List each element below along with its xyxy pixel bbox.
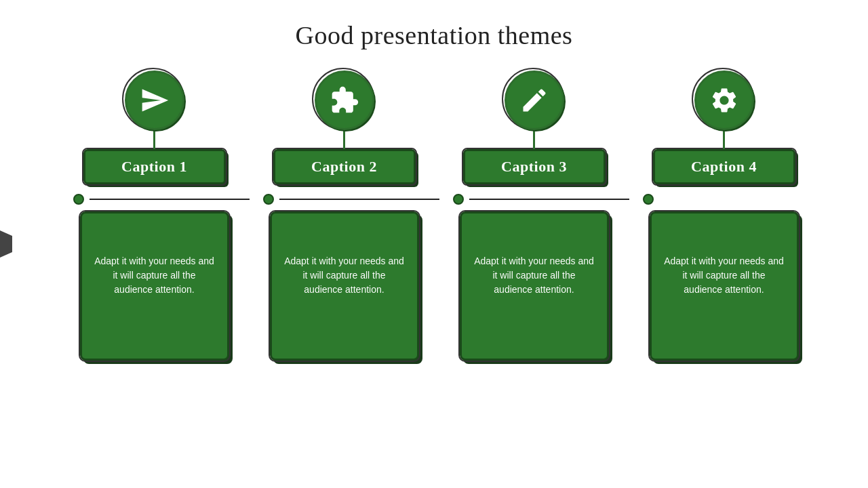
- text-box-3: Adapt it with your needs and it will cap…: [460, 211, 609, 361]
- caption-box-3: Caption 3: [463, 149, 606, 184]
- connector-2: [250, 194, 439, 205]
- body-text-2: Adapt it with your needs and it will cap…: [284, 254, 405, 297]
- connector-3: [439, 194, 629, 205]
- stem-2: [343, 130, 345, 149]
- page-title: Good presentation themes: [0, 0, 868, 50]
- dot-2: [263, 194, 274, 205]
- icon-wrap-3: [505, 70, 564, 130]
- column-4: Caption 4: [629, 70, 819, 184]
- dot-1: [73, 194, 84, 205]
- puzzle-icon: [330, 85, 359, 115]
- column-3: Caption 3: [439, 70, 629, 184]
- dot-3: [453, 194, 464, 205]
- text-box-2: Adapt it with your needs and it will cap…: [270, 211, 419, 361]
- caption-label-3: Caption 3: [501, 158, 567, 175]
- icon-circle-3: [505, 70, 564, 130]
- caption-label-4: Caption 4: [691, 158, 757, 175]
- body-text-4: Adapt it with your needs and it will cap…: [664, 254, 785, 297]
- stem-4: [723, 130, 725, 149]
- top-row: Caption 1 Caption 2: [0, 50, 868, 184]
- stem-3: [533, 130, 535, 149]
- column-2: Caption 2: [250, 70, 439, 184]
- caption-box-1: Caption 1: [83, 149, 226, 184]
- connector-4: [629, 194, 819, 205]
- paper-plane-icon: [140, 85, 170, 115]
- dot-4: [643, 194, 654, 205]
- bottom-row: Adapt it with your needs and it will cap…: [0, 211, 868, 361]
- caption-box-2: Caption 2: [273, 149, 416, 184]
- pencil-icon: [519, 85, 549, 115]
- icon-circle-4: [694, 70, 754, 130]
- hline-3: [469, 199, 629, 200]
- icon-wrap-2: [315, 70, 374, 130]
- icon-wrap-4: [694, 70, 754, 130]
- hline-2: [279, 199, 439, 200]
- icon-wrap-1: [125, 70, 184, 130]
- caption-label-1: Caption 1: [121, 158, 187, 175]
- hline-1: [90, 199, 250, 200]
- body-text-3: Adapt it with your needs and it will cap…: [474, 254, 595, 297]
- body-text-1: Adapt it with your needs and it will cap…: [94, 254, 215, 297]
- icon-circle-1: [125, 70, 184, 130]
- caption-label-2: Caption 2: [311, 158, 377, 175]
- column-1: Caption 1: [60, 70, 250, 184]
- connector-row: [0, 194, 868, 205]
- connector-1: [60, 194, 250, 205]
- icon-circle-2: [315, 70, 374, 130]
- stem-1: [153, 130, 155, 149]
- gear-icon: [709, 85, 739, 115]
- caption-box-4: Caption 4: [653, 149, 795, 184]
- text-box-1: Adapt it with your needs and it will cap…: [80, 211, 229, 361]
- text-box-4: Adapt it with your needs and it will cap…: [650, 211, 799, 361]
